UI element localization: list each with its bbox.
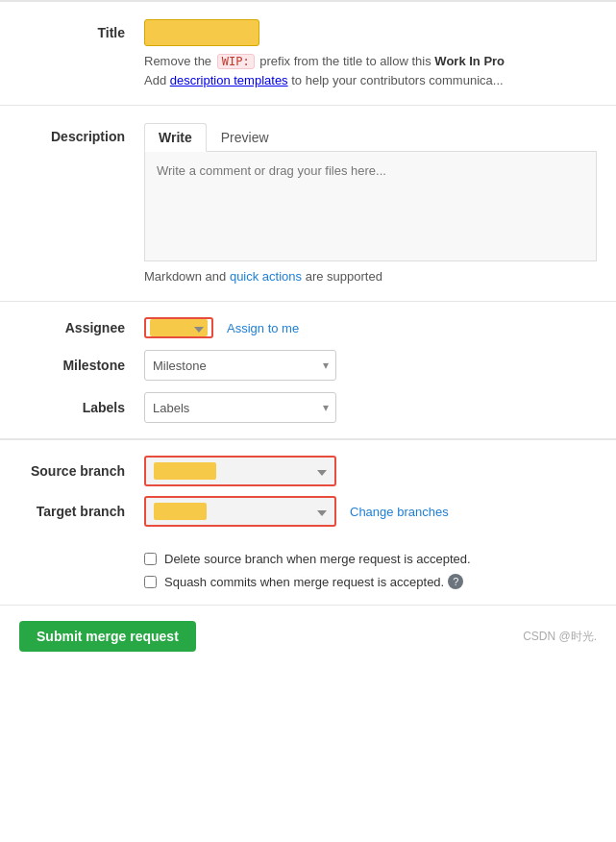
labels-select-wrapper: Labels ▾ <box>144 392 336 423</box>
assign-to-me-link[interactable]: Assign to me <box>227 321 299 335</box>
target-branch-wrapper: Change branches <box>144 496 449 527</box>
description-form-content: Write Preview Markdown and quick actions… <box>144 123 597 284</box>
title-hint-before: Remove the <box>144 54 211 68</box>
description-textarea-wrapper <box>144 152 597 261</box>
contributors-text: to help your contributors communica... <box>291 73 503 87</box>
assignee-field-wrapper: Assign to me <box>144 317 299 338</box>
delete-source-checkbox[interactable] <box>144 553 157 565</box>
milestone-select-wrapper: Milestone ▾ <box>144 350 336 381</box>
quick-actions-link[interactable]: quick actions <box>230 269 302 284</box>
chevron-down-icon <box>317 510 327 516</box>
markdown-text: Markdown and <box>144 269 226 284</box>
milestone-label: Milestone <box>19 358 144 373</box>
source-branch-row: Source branch <box>19 456 597 486</box>
source-branch-chevron-icon <box>317 463 327 479</box>
title-input-redacted[interactable] <box>144 19 259 46</box>
change-branches-link[interactable]: Change branches <box>350 505 449 519</box>
branch-section: Source branch Target branch <box>0 440 616 544</box>
source-branch-label: Source branch <box>19 463 144 479</box>
add-text: Add <box>144 73 166 87</box>
delete-source-label: Delete source branch when merge request … <box>164 552 471 566</box>
labels-select[interactable]: Labels <box>144 392 336 423</box>
description-label: Description <box>19 123 144 144</box>
title-hint2: Add description templates to help your c… <box>144 73 597 87</box>
wip-badge: WIP: <box>217 54 255 69</box>
tab-preview[interactable]: Preview <box>207 123 283 151</box>
assign-section: Assignee Assign to me Milestone Mileston… <box>0 302 616 439</box>
page-container: Title Remove the WIP: prefix from the ti… <box>0 0 616 667</box>
submit-merge-request-button[interactable]: Submit merge request <box>19 621 196 652</box>
source-branch-select-box[interactable] <box>144 456 336 486</box>
milestone-select[interactable]: Milestone <box>144 350 336 381</box>
title-form-row: Title Remove the WIP: prefix from the ti… <box>0 2 616 106</box>
watermark-text: CSDN @时光. <box>523 629 597 645</box>
assignee-label: Assignee <box>19 320 144 335</box>
target-branch-select-box[interactable] <box>144 496 336 527</box>
squash-commits-label: Squash commits when merge request is acc… <box>164 575 444 589</box>
target-branch-chevron-icon <box>317 504 327 519</box>
tab-write[interactable]: Write <box>144 123 207 152</box>
work-in-pro-text: Work In Pro <box>434 54 505 68</box>
squash-commits-checkbox[interactable] <box>144 576 157 588</box>
assignee-row: Assignee Assign to me <box>19 317 597 338</box>
squash-help-icon[interactable]: ? <box>448 574 463 589</box>
description-form-row: Description Write Preview Markdown and q… <box>0 106 616 301</box>
assignee-value-redacted <box>150 319 208 336</box>
description-templates-link[interactable]: description templates <box>170 73 288 87</box>
title-hint-prefix: prefix from the title to allow this <box>259 54 431 68</box>
description-tabs: Write Preview <box>144 123 597 152</box>
title-label: Title <box>19 19 144 40</box>
submit-section: Submit merge request CSDN @时光. <box>0 605 616 667</box>
chevron-down-icon <box>317 470 327 476</box>
target-branch-label: Target branch <box>19 504 144 519</box>
supported-text: are supported <box>306 269 382 284</box>
assignee-select-wrapper <box>144 317 213 338</box>
labels-label: Labels <box>19 400 144 415</box>
squash-commits-row: Squash commits when merge request is acc… <box>144 574 597 589</box>
description-footer: Markdown and quick actions are supported <box>144 261 597 284</box>
title-form-content: Remove the WIP: prefix from the title to… <box>144 19 597 87</box>
target-branch-row: Target branch Change branches <box>19 496 597 527</box>
source-branch-value-redacted <box>154 462 216 480</box>
labels-row: Labels Labels ▾ <box>19 392 597 423</box>
target-branch-value-redacted <box>154 503 207 520</box>
checkbox-section: Delete source branch when merge request … <box>0 544 616 605</box>
title-hint1: Remove the WIP: prefix from the title to… <box>144 54 597 69</box>
description-textarea[interactable] <box>145 152 596 258</box>
delete-source-row: Delete source branch when merge request … <box>144 552 597 566</box>
milestone-row: Milestone Milestone ▾ <box>19 350 597 381</box>
source-branch-wrapper <box>144 456 336 486</box>
